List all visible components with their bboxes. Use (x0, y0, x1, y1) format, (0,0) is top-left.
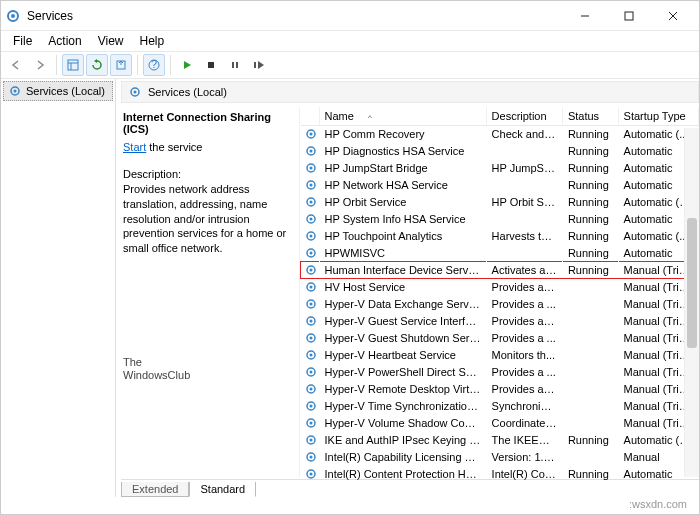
stop-service-button[interactable] (200, 54, 222, 76)
svg-point-55 (309, 422, 312, 425)
table-row[interactable]: IKE and AuthIP IPsec Keying Modu...The I… (301, 432, 699, 449)
cell-name: IKE and AuthIP IPsec Keying Modu... (319, 432, 486, 449)
table-row[interactable]: Intel(R) Content Protection HDCP ...Inte… (301, 466, 699, 483)
table-row[interactable]: Hyper-V Volume Shadow Copy Re...Coordina… (301, 415, 699, 432)
vertical-scrollbar[interactable] (684, 128, 699, 477)
menu-file[interactable]: File (5, 32, 40, 50)
cell-status: Running (562, 160, 618, 177)
gear-icon (301, 466, 320, 483)
cell-description: The IKEEXT ... (486, 432, 562, 449)
tree-pane: Services (Local) (1, 79, 116, 497)
menu-help[interactable]: Help (132, 32, 173, 50)
cell-status: Running (562, 126, 618, 143)
menu-view[interactable]: View (90, 32, 132, 50)
tree-root-label: Services (Local) (26, 85, 105, 97)
cell-description: Harvests tel... (486, 228, 562, 245)
col-description[interactable]: Description (486, 107, 562, 126)
svg-point-25 (309, 167, 312, 170)
start-service-button[interactable] (176, 54, 198, 76)
svg-point-27 (309, 184, 312, 187)
table-row[interactable]: HP Diagnostics HSA ServiceRunningAutomat… (301, 143, 699, 160)
svg-rect-13 (232, 62, 234, 68)
back-button[interactable] (5, 54, 27, 76)
maximize-button[interactable] (607, 2, 651, 30)
table-row[interactable]: Hyper-V Guest Shutdown ServiceProvides a… (301, 330, 699, 347)
cell-name: HPWMISVC (319, 245, 486, 262)
table-row[interactable]: HP System Info HSA ServiceRunningAutomat… (301, 211, 699, 228)
table-row[interactable]: Human Interface Device ServiceActivates … (301, 262, 699, 279)
table-row[interactable]: HP Orbit ServiceHP Orbit Se...RunningAut… (301, 194, 699, 211)
restart-service-button[interactable] (248, 54, 270, 76)
footer-watermark: :wsxdn.com (629, 498, 687, 510)
cell-status: Running (562, 228, 618, 245)
pane-header-label: Services (Local) (148, 86, 227, 98)
cell-name: HP Network HSA Service (319, 177, 486, 194)
table-row[interactable]: HP JumpStart BridgeHP JumpSta...RunningA… (301, 160, 699, 177)
minimize-button[interactable] (563, 2, 607, 30)
gear-icon (301, 313, 320, 330)
gear-icon (301, 143, 320, 160)
table-row[interactable]: HP Touchpoint AnalyticsHarvests tel...Ru… (301, 228, 699, 245)
cell-status (562, 415, 618, 432)
cell-description: Provides a ... (486, 364, 562, 381)
col-status[interactable]: Status (562, 107, 618, 126)
gear-icon (301, 347, 320, 364)
cell-name: HP System Info HSA Service (319, 211, 486, 228)
forward-button[interactable] (29, 54, 51, 76)
tab-extended[interactable]: Extended (121, 482, 189, 497)
toolbar: ? (1, 51, 699, 79)
gear-icon (301, 245, 320, 262)
refresh-button[interactable] (86, 54, 108, 76)
cell-name: Hyper-V Data Exchange Service (319, 296, 486, 313)
table-row[interactable]: Hyper-V Time Synchronization Se...Synchr… (301, 398, 699, 415)
svg-point-21 (309, 133, 312, 136)
cell-name: HP JumpStart Bridge (319, 160, 486, 177)
tree-root-services-local[interactable]: Services (Local) (3, 81, 113, 101)
help-button[interactable]: ? (143, 54, 165, 76)
gear-icon (301, 449, 320, 466)
table-row[interactable]: Hyper-V Data Exchange ServiceProvides a … (301, 296, 699, 313)
table-row[interactable]: HP Comm RecoveryCheck and r...RunningAut… (301, 126, 699, 143)
cell-name: HP Diagnostics HSA Service (319, 143, 486, 160)
pane-header: Services (Local) (121, 81, 699, 103)
detail-panel: Internet Connection Sharing (ICS) Start … (121, 107, 299, 477)
svg-point-61 (309, 473, 312, 476)
cell-description: Provides a p... (486, 381, 562, 398)
table-row[interactable]: HP Network HSA ServiceRunningAutomatic (301, 177, 699, 194)
pause-service-button[interactable] (224, 54, 246, 76)
table-row[interactable]: Hyper-V Heartbeat ServiceMonitors th...M… (301, 347, 699, 364)
table-row[interactable]: Hyper-V Remote Desktop Virtualiz...Provi… (301, 381, 699, 398)
cell-name: Hyper-V Remote Desktop Virtualiz... (319, 381, 486, 398)
svg-rect-15 (254, 62, 256, 68)
svg-point-51 (309, 388, 312, 391)
svg-point-29 (309, 201, 312, 204)
table-row[interactable]: HV Host ServiceProvides an ...Manual (Tr… (301, 279, 699, 296)
close-button[interactable] (651, 2, 695, 30)
col-name[interactable]: Name^ (319, 107, 486, 126)
cell-description: Provides a ... (486, 330, 562, 347)
start-service-link[interactable]: Start (123, 141, 146, 153)
svg-point-47 (309, 354, 312, 357)
cell-name: HP Orbit Service (319, 194, 486, 211)
svg-rect-14 (236, 62, 238, 68)
cell-description: Provides an ... (486, 313, 562, 330)
table-row[interactable]: Hyper-V Guest Service InterfaceProvides … (301, 313, 699, 330)
table-row[interactable]: Hyper-V PowerShell Direct ServiceProvide… (301, 364, 699, 381)
export-list-button[interactable] (110, 54, 132, 76)
tab-standard[interactable]: Standard (189, 482, 256, 497)
cell-name: Hyper-V PowerShell Direct Service (319, 364, 486, 381)
cell-status (562, 330, 618, 347)
menu-action[interactable]: Action (40, 32, 89, 50)
cell-name: Hyper-V Volume Shadow Copy Re... (319, 415, 486, 432)
cell-status: Running (562, 262, 618, 279)
svg-rect-12 (208, 62, 214, 68)
service-list: Name^ Description Status Startup Type HP… (299, 107, 699, 477)
table-row[interactable]: Intel(R) Capability Licensing Servi...Ve… (301, 449, 699, 466)
cell-description: Provides a ... (486, 296, 562, 313)
description-label: Description: (123, 167, 291, 182)
show-hide-tree-button[interactable] (62, 54, 84, 76)
gear-icon (301, 398, 320, 415)
col-startup[interactable]: Startup Type (618, 107, 698, 126)
gear-icon (301, 262, 320, 279)
table-row[interactable]: HPWMISVCRunningAutomatic (301, 245, 699, 262)
